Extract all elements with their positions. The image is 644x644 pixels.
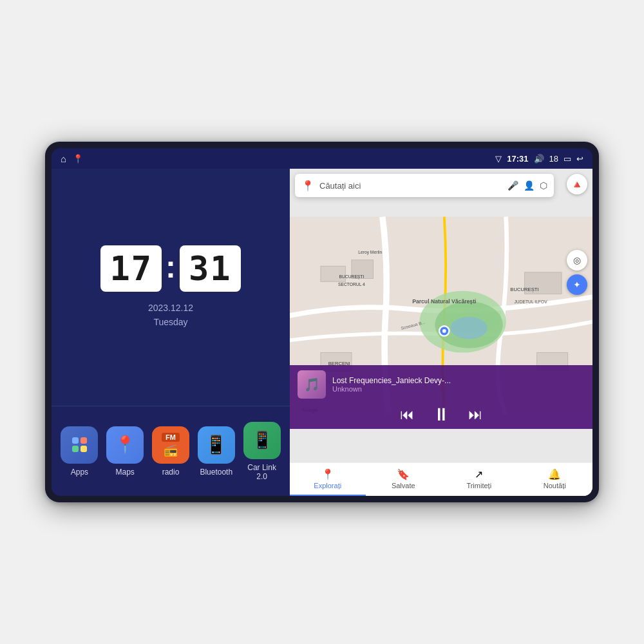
maps-icon: 📍 <box>106 426 144 464</box>
music-top: 🎵 Lost Frequencies_Janieck Devy-... Unkn… <box>298 370 585 399</box>
app-item-maps[interactable]: 📍 Maps <box>105 426 146 477</box>
svg-text:Parcul Natural Văcărești: Parcul Natural Văcărești <box>412 298 476 305</box>
left-panel: 17 : 31 2023.12.12 Tuesday <box>52 169 290 496</box>
bluetooth-icon: 📱 <box>198 426 235 464</box>
saved-icon: 🔖 <box>397 468 410 480</box>
app-item-carlink[interactable]: 📱 Car Link 2.0 <box>242 422 282 481</box>
volume-level: 18 <box>549 154 558 164</box>
map-nav-explore[interactable]: 📍 Explorați <box>290 463 366 496</box>
carlink-icon: 📱 <box>243 422 281 459</box>
home-icon[interactable]: ⌂ <box>61 153 66 164</box>
clock-display: 17 : 31 <box>100 245 240 292</box>
map-location-btn[interactable]: ◎ <box>567 250 587 270</box>
play-pause-button[interactable]: ⏸ <box>432 404 450 425</box>
radio-icon: FM 📻 <box>152 426 189 464</box>
music-thumbnail: 🎵 <box>298 370 326 399</box>
clock-date: 2023.12.12 Tuesday <box>148 301 193 330</box>
maps-label: Maps <box>116 468 135 477</box>
svg-rect-4 <box>321 266 345 281</box>
clock-date-value: 2023.12.12 <box>148 301 193 315</box>
map-search-actions: 🎤 👤 ⬡ <box>507 180 547 191</box>
saved-label: Salvate <box>392 482 415 489</box>
back-icon[interactable]: ↩ <box>576 154 583 164</box>
clock-day-value: Tuesday <box>148 315 193 329</box>
volume-icon: 🔊 <box>534 154 544 164</box>
map-navigate-btn[interactable]: ✦ <box>567 274 587 295</box>
map-nav-news[interactable]: 🔔 Noutăți <box>517 463 593 496</box>
map-pin-icon: 📍 <box>301 180 314 192</box>
layers-icon[interactable]: ⬡ <box>540 180 547 191</box>
device: ⌂ 📍 ▽ 17:31 🔊 18 ▭ ↩ 17 : <box>45 142 599 502</box>
maps-status-icon[interactable]: 📍 <box>73 154 83 164</box>
clock-colon: : <box>166 249 176 285</box>
main-area: 17 : 31 2023.12.12 Tuesday <box>52 169 592 496</box>
map-search-bar[interactable]: 📍 Căutați aici 🎤 👤 ⬡ <box>295 174 554 197</box>
status-time: 17:31 <box>507 154 528 164</box>
map-controls: 🔺 ◎ ✦ <box>567 174 587 295</box>
svg-text:JUDEȚUL ILFOV: JUDEȚUL ILFOV <box>515 299 548 305</box>
map-nav-share[interactable]: ↗ Trimiteți <box>441 463 517 496</box>
svg-point-3 <box>450 317 488 339</box>
status-left: ⌂ 📍 <box>61 153 83 164</box>
music-info: Lost Frequencies_Janieck Devy-... Unknow… <box>332 376 585 393</box>
signal-icon: ▽ <box>495 154 502 164</box>
news-label: Noutăți <box>544 482 566 489</box>
status-bar: ⌂ 📍 ▽ 17:31 🔊 18 ▭ ↩ <box>52 148 592 169</box>
music-controls: ⏮ ⏸ ⏭ <box>298 404 585 425</box>
apps-icon <box>61 426 98 464</box>
svg-text:BUCUREȘTI: BUCUREȘTI <box>510 287 538 292</box>
carlink-label: Car Link 2.0 <box>242 463 282 481</box>
clock-hours: 17 <box>100 245 162 292</box>
clock-widget: 17 : 31 2023.12.12 Tuesday <box>52 169 290 406</box>
explore-icon: 📍 <box>321 468 334 480</box>
svg-text:Leroy Merlin: Leroy Merlin <box>358 250 382 255</box>
app-dock: Apps 📍 Maps FM 📻 radio <box>52 406 290 496</box>
news-icon: 🔔 <box>548 468 561 480</box>
radio-label: radio <box>162 468 180 477</box>
share-label: Trimiteți <box>466 482 491 489</box>
screen: ⌂ 📍 ▽ 17:31 🔊 18 ▭ ↩ 17 : <box>52 148 592 496</box>
right-panel: Parcul Natural Văcărești BUCUREȘTI JUDEȚ… <box>290 169 592 496</box>
next-button[interactable]: ⏭ <box>468 406 482 423</box>
svg-text:BUCUREȘTI: BUCUREȘTI <box>339 274 365 279</box>
svg-text:SECTORUL 4: SECTORUL 4 <box>338 282 365 287</box>
music-player: 🎵 Lost Frequencies_Janieck Devy-... Unkn… <box>290 365 592 429</box>
map-nav-saved[interactable]: 🔖 Salvate <box>366 463 442 496</box>
map-search-text[interactable]: Căutați aici <box>319 181 502 191</box>
share-icon: ↗ <box>475 468 483 480</box>
app-item-bluetooth[interactable]: 📱 Bluetooth <box>196 426 236 477</box>
apps-label: Apps <box>71 468 88 477</box>
map-north-btn[interactable]: 🔺 <box>567 174 587 194</box>
status-right: ▽ 17:31 🔊 18 ▭ ↩ <box>495 154 583 164</box>
music-title: Lost Frequencies_Janieck Devy-... <box>332 376 585 385</box>
voice-search-icon[interactable]: 🎤 <box>507 180 518 191</box>
account-icon[interactable]: 👤 <box>524 180 535 191</box>
map-area[interactable]: Parcul Natural Văcărești BUCUREȘTI JUDEȚ… <box>290 169 592 462</box>
bluetooth-label: Bluetooth <box>200 468 232 477</box>
app-item-radio[interactable]: FM 📻 radio <box>151 426 191 477</box>
svg-point-19 <box>442 329 446 333</box>
prev-button[interactable]: ⏮ <box>400 406 414 423</box>
map-bottom-nav: 📍 Explorați 🔖 Salvate ↗ Trimiteți 🔔 Nout… <box>290 462 592 496</box>
clock-minutes: 31 <box>180 245 241 292</box>
music-artist: Unknown <box>332 385 585 393</box>
battery-icon: ▭ <box>564 154 571 164</box>
explore-label: Explorați <box>314 482 341 489</box>
app-item-apps[interactable]: Apps <box>59 426 100 477</box>
